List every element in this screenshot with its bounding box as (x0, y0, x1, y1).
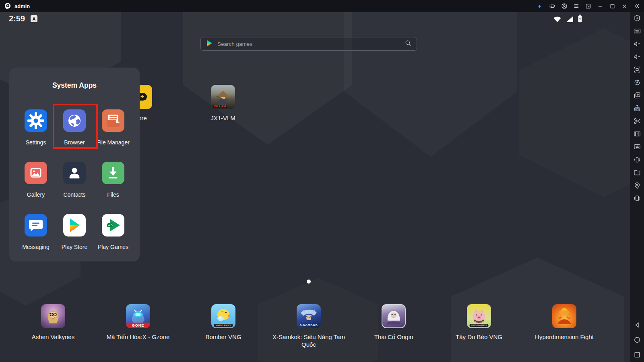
contacts-person-icon (63, 162, 86, 184)
signal-icon (566, 16, 574, 24)
dock-app-tay-du-beo-vng[interactable]: VNGGAMES Tây Du Béo VNG (437, 304, 521, 341)
sidebar-rotate-screen-icon[interactable] (633, 194, 641, 202)
app-label: Messaging (17, 244, 55, 250)
app-files[interactable]: Files (94, 162, 132, 198)
app-label: Play Store (55, 244, 94, 250)
sidebar-shake-icon[interactable] (633, 156, 641, 164)
app-label: Gallery (17, 191, 55, 198)
app-label: Contacts (55, 191, 94, 198)
nav-recents-icon[interactable] (633, 351, 641, 359)
bomber-vng-icon: VNGGAMES (211, 304, 235, 328)
bomber-icon-badge: VNGGAMES (214, 324, 233, 327)
page-indicator-dot (307, 280, 311, 284)
play-store-icon (63, 214, 86, 237)
app-gallery[interactable]: Gallery (17, 162, 55, 198)
sidebar-install-apk-icon[interactable]: APK (633, 104, 641, 112)
browser-globe-icon (63, 109, 86, 132)
account-icon[interactable] (561, 3, 568, 10)
gzone-icon: GONE (126, 304, 150, 328)
status-icons (553, 14, 582, 24)
dock-app-label: Bomber VNG (181, 333, 266, 341)
search-bar[interactable] (200, 37, 417, 51)
open-in-window-icon[interactable] (585, 3, 592, 10)
emulator-window: admin (0, 0, 644, 362)
sidebar-volume-up-icon[interactable] (633, 40, 641, 48)
app-play-store[interactable]: Play Store (55, 214, 94, 250)
app-label: Settings (17, 139, 55, 146)
dock-app-label: Ashen Valkyries (11, 333, 95, 341)
sidebar-shared-folder-icon[interactable] (633, 169, 641, 177)
app-label: Files (94, 191, 132, 198)
sidebar-operation-sync-icon[interactable] (633, 143, 641, 151)
app-browser[interactable]: Browser (55, 109, 94, 146)
maximize-icon[interactable] (609, 3, 616, 10)
play-games-icon (102, 214, 124, 237)
dock-app-hyperdimension-fight[interactable]: Hyperdimension Fight (522, 304, 607, 341)
jx1-vlm-app[interactable]: VO LAM (211, 85, 235, 109)
sidebar-virtual-keyboard-icon[interactable] (633, 27, 641, 35)
sidebar-fullscreen-icon[interactable] (633, 66, 641, 74)
status-time: 2:59 (9, 14, 25, 23)
svg-text:APK: APK (635, 108, 639, 110)
dock-app-ma-tien-hoa-x-gzone[interactable]: GONE Mã Tiến Hóa:X - Gzone (96, 304, 180, 341)
gamepad-icon[interactable] (549, 3, 555, 10)
ime-badge: A (31, 15, 37, 22)
tay-du-beo-icon: VNGGAMES (467, 304, 491, 328)
hexagon-decoration (183, 12, 352, 145)
emulator-sidebar: A APK (630, 12, 644, 362)
wifi-icon (553, 16, 562, 24)
app-label: Play Games (94, 244, 132, 250)
app-play-games[interactable]: Play Games (94, 214, 132, 250)
nav-home-icon[interactable] (633, 336, 641, 344)
sidebar-multi-instance-icon[interactable] (633, 91, 641, 99)
sidebar-screen-record-icon[interactable] (633, 130, 641, 138)
dock-app-label: Thái Cổ Origin (351, 333, 436, 341)
app-file-manager[interactable]: File Manager (94, 109, 132, 146)
dock-app-x-samkok[interactable]: X-SAMKOK X-Samkok: Siêu Năng Tam Quốc (266, 304, 351, 348)
menu-icon[interactable] (573, 3, 580, 10)
sidebar-virtual-location-icon[interactable] (633, 181, 641, 189)
search-input[interactable] (217, 41, 405, 47)
close-icon[interactable] (621, 3, 628, 10)
collapse-sidebar-icon[interactable] (633, 3, 640, 10)
thai-co-origin-icon (382, 304, 406, 328)
dock-app-label: X-Samkok: Siêu Năng Tam Quốc (266, 333, 351, 348)
hexagon-decoration (344, 12, 517, 157)
hexagon-decoration (519, 28, 630, 197)
gallery-icon (25, 162, 47, 184)
android-screen: 2:59 A (0, 12, 630, 362)
svg-text:A: A (636, 81, 638, 84)
app-messaging[interactable]: Messaging (17, 214, 55, 250)
nav-back-icon[interactable] (633, 321, 641, 329)
window-controls (537, 3, 644, 10)
search-icon[interactable] (405, 39, 412, 48)
ashen-valkyries-icon (41, 304, 65, 328)
sidebar-settings-icon[interactable] (633, 14, 641, 22)
window-titlebar: admin (0, 0, 644, 12)
dock-app-thai-co-origin[interactable]: Thái Cổ Origin (351, 304, 436, 341)
play-store-icon (206, 39, 213, 49)
gzone-icon-badge: GONE (126, 323, 150, 328)
tay-du-icon-badge: VNGGAMES (469, 324, 488, 327)
jx1-vlm-icon-badge: VO LAM (213, 105, 227, 108)
app-settings[interactable]: Settings (17, 109, 55, 146)
minimize-icon[interactable] (597, 3, 604, 10)
dock-app-label: Mã Tiến Hóa:X - Gzone (96, 333, 180, 341)
window-title: admin (14, 3, 30, 9)
file-manager-icon (102, 109, 124, 132)
dock-app-ashen-valkyries[interactable]: Ashen Valkyries (11, 304, 95, 341)
dock-app-bomber-vng[interactable]: VNGGAMES Bomber VNG (181, 304, 266, 341)
messaging-icon (25, 214, 47, 237)
x-samkok-icon-badge: X-SAMKOK (297, 323, 321, 327)
boost-icon[interactable] (537, 3, 543, 10)
app-contacts[interactable]: Contacts (55, 162, 94, 198)
battery-charging-icon (578, 14, 582, 24)
sidebar-screenshot-icon[interactable] (633, 117, 641, 125)
settings-gear-icon (25, 109, 47, 132)
app-label: File Manager (94, 139, 132, 146)
app-logo-icon (4, 2, 12, 10)
jx1-vlm-label: JX1-VLM (199, 115, 247, 121)
sidebar-auto-rotate-icon[interactable]: A (633, 78, 641, 86)
sidebar-volume-down-icon[interactable] (633, 53, 641, 61)
folder-title: System Apps (9, 81, 140, 90)
